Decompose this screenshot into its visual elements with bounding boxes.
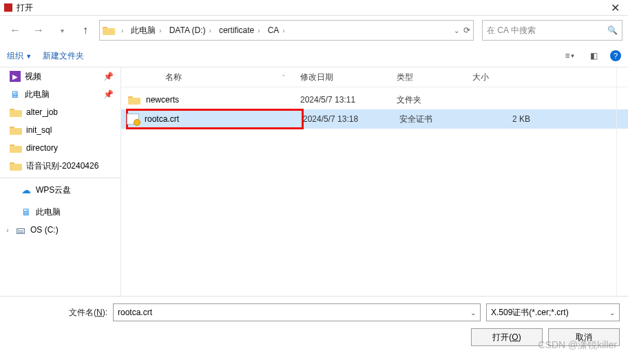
address-bar[interactable]: › 此电脑› DATA (D:)› certificate› CA› ⌄ ⟳ [99, 20, 474, 41]
folder-icon [10, 161, 22, 171]
breadcrumb-label: CA [268, 25, 280, 35]
sidebar-item-label: 视频 [25, 71, 41, 83]
view-options-icon[interactable]: ≡ ▼ [563, 49, 577, 63]
expander-icon[interactable]: › [4, 226, 11, 234]
column-label: 名称 [165, 72, 182, 83]
help-icon[interactable]: ? [610, 50, 621, 61]
forward-button: → [29, 21, 48, 40]
chevron-down-icon[interactable]: ⌄ [609, 309, 615, 317]
sidebar-item-alterjob[interactable]: alter_job [0, 103, 121, 121]
column-size[interactable]: 大小 [472, 72, 527, 83]
monitor-icon: 🖥 [10, 89, 21, 100]
open-button[interactable]: 打开(O) [471, 328, 543, 346]
filter-value: X.509证书(*.cer;*.crt) [491, 307, 569, 319]
certificate-icon [127, 114, 139, 125]
sidebar-item-directory[interactable]: directory [0, 139, 121, 157]
sidebar-item-label: alter_job [26, 107, 58, 117]
chevron-right-icon: › [280, 27, 286, 34]
sidebar-item-label: init_sql [26, 125, 52, 135]
sidebar-item-thispc2[interactable]: 🖥 此电脑 [0, 203, 121, 221]
breadcrumb-item[interactable]: 此电脑› [129, 23, 165, 38]
close-icon[interactable]: ✕ [607, 1, 624, 14]
back-button[interactable]: ← [6, 21, 25, 40]
breadcrumb-label: certificate [219, 25, 254, 35]
pin-icon: 📌 [103, 72, 114, 81]
refresh-icon[interactable]: ⟳ [463, 25, 470, 35]
chevron-down-icon[interactable]: ⌄ [470, 309, 476, 317]
cloud-icon: ☁ [21, 184, 32, 195]
column-type[interactable]: 类型 [397, 72, 472, 83]
footer: 文件名(N): rootca.crt ⌄ X.509证书(*.cer;*.crt… [0, 296, 628, 352]
titlebar: 打开 ✕ [0, 0, 628, 16]
filename-input[interactable]: rootca.crt ⌄ [113, 303, 481, 321]
monitor-icon: 🖥 [21, 206, 32, 217]
column-label: 类型 [397, 72, 413, 82]
sidebar: ▶ 视频 📌 🖥 此电脑 📌 alter_job init_sql direct… [0, 67, 121, 296]
sidebar-item-speech[interactable]: 语音识别-20240426 [0, 157, 121, 175]
search-placeholder: 在 CA 中搜索 [487, 25, 536, 36]
sidebar-item-label: WPS云盘 [36, 184, 71, 196]
cancel-button[interactable]: 取消 [548, 328, 620, 346]
sidebar-item-initsql[interactable]: init_sql [0, 121, 121, 139]
sidebar-item-thispc[interactable]: 🖥 此电脑 📌 [0, 85, 121, 103]
main: ▶ 视频 📌 🖥 此电脑 📌 alter_job init_sql direct… [0, 67, 628, 296]
up-button[interactable]: ↑ [76, 21, 95, 40]
sidebar-item-video[interactable]: ▶ 视频 📌 [0, 67, 121, 85]
cancel-label: 取消 [576, 332, 592, 343]
search-input[interactable]: 在 CA 中搜索 🔍 [482, 20, 622, 41]
breadcrumb-item[interactable]: certificate› [218, 24, 264, 36]
sidebar-item-wps[interactable]: ☁ WPS云盘 [0, 181, 121, 199]
app-icon [4, 3, 12, 12]
divider [0, 178, 121, 178]
file-name: newcerts [146, 95, 179, 105]
sidebar-item-label: 此电脑 [25, 89, 50, 100]
chevron-right-icon: › [255, 27, 262, 34]
drive-icon: 🖴 [15, 224, 26, 235]
sidebar-item-label: 此电脑 [36, 206, 61, 218]
file-type: 安全证书 [399, 114, 475, 125]
column-label: 大小 [472, 72, 489, 82]
column-name[interactable]: 名称 ⌃ [128, 72, 300, 83]
file-size: 2 KB [475, 114, 537, 124]
chevron-right-icon[interactable]: › [118, 25, 127, 36]
chevron-down-icon: ▼ [25, 53, 32, 60]
folder-icon [103, 25, 115, 35]
breadcrumb-label: 此电脑 [131, 25, 156, 36]
navbar: ← → ▾ ↑ › 此电脑› DATA (D:)› certificate› C… [0, 16, 628, 45]
video-icon: ▶ [10, 71, 21, 82]
sidebar-item-label: 语音识别-20240426 [26, 160, 98, 172]
pin-icon: 📌 [103, 89, 114, 99]
preview-pane-icon[interactable]: ◧ [587, 49, 600, 63]
file-name: rootca.crt [145, 114, 179, 124]
search-icon: 🔍 [607, 25, 618, 35]
sidebar-item-label: directory [26, 143, 58, 153]
filename-label: 文件名(N): [69, 307, 107, 319]
file-row[interactable]: rootca.crt 2024/5/7 13:18 安全证书 2 KB [121, 109, 628, 129]
breadcrumb-label: DATA (D:) [169, 25, 206, 35]
folder-icon [10, 143, 22, 153]
scrollbar[interactable] [616, 67, 628, 296]
file-type: 文件夹 [397, 94, 472, 106]
filetype-filter[interactable]: X.509证书(*.cer;*.crt) ⌄ [486, 303, 620, 321]
file-list-pane: 名称 ⌃ 修改日期 类型 大小 newcerts 2024/5/7 13:11 … [121, 67, 628, 296]
folder-icon [10, 107, 22, 117]
file-list[interactable]: newcerts 2024/5/7 13:11 文件夹 rootca.crt 2… [121, 87, 628, 296]
chevron-right-icon: › [157, 27, 163, 34]
column-headers: 名称 ⌃ 修改日期 类型 大小 [121, 67, 628, 87]
filename-value: rootca.crt [118, 308, 152, 317]
organize-menu[interactable]: 组织 ▼ [7, 50, 32, 62]
new-folder-button[interactable]: 新建文件夹 [43, 50, 84, 62]
folder-icon [128, 95, 140, 105]
dropdown-history[interactable]: ▾ [52, 21, 72, 40]
toolbar: 组织 ▼ 新建文件夹 ≡ ▼ ◧ ? [0, 45, 628, 67]
folder-icon [10, 125, 22, 135]
column-modified[interactable]: 修改日期 [300, 72, 397, 83]
chevron-right-icon: › [207, 27, 213, 34]
breadcrumb-item[interactable]: DATA (D:)› [168, 24, 215, 36]
sidebar-item-osc[interactable]: › 🖴 OS (C:) [0, 221, 121, 239]
chevron-down-icon[interactable]: ⌄ [454, 27, 459, 34]
sidebar-item-label: OS (C:) [30, 225, 59, 235]
file-modified: 2024/5/7 13:11 [300, 95, 397, 105]
file-row[interactable]: newcerts 2024/5/7 13:11 文件夹 [121, 90, 628, 109]
breadcrumb-item[interactable]: CA› [266, 24, 289, 36]
